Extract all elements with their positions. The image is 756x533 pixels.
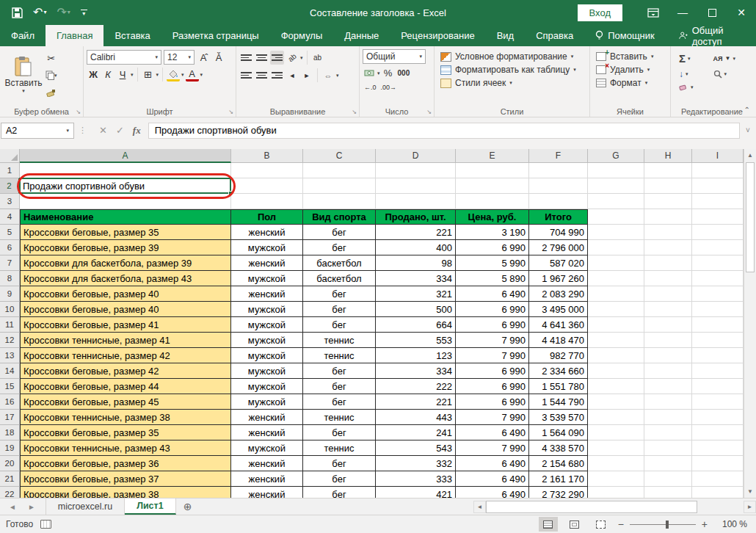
column-header-A[interactable]: A [20, 149, 231, 163]
column-header-G[interactable]: G [588, 149, 644, 163]
maximize-button[interactable] [697, 0, 727, 25]
cell-A19[interactable]: Кроссовки теннисные, размер 43 [20, 440, 231, 456]
cell-D18[interactable]: 241 [376, 425, 456, 440]
cell-F7[interactable]: 587 020 [529, 255, 588, 271]
cell-G15[interactable] [588, 379, 644, 394]
cell-B13[interactable]: мужской [231, 348, 303, 363]
cell-E1[interactable] [456, 163, 529, 178]
comma-format-button[interactable]: 000 [396, 66, 412, 80]
row-header-2[interactable]: 2 [0, 178, 20, 194]
decrease-indent-button[interactable]: ◄ [286, 68, 299, 82]
cell-E13[interactable]: 7 990 [456, 348, 529, 363]
cell-E3[interactable] [456, 194, 529, 209]
fill-button[interactable]: ↓▾ [677, 68, 705, 81]
cell-G13[interactable] [588, 348, 644, 363]
cell-A18[interactable]: Кроссовки беговые, размер 35 [20, 425, 231, 440]
row-header-19[interactable]: 19 [0, 440, 20, 456]
redo-button[interactable]: ↷▾ [57, 7, 70, 18]
cell-I9[interactable] [692, 286, 744, 302]
cells-button-2[interactable]: Формат▾ [593, 76, 667, 90]
page-layout-view-button[interactable] [565, 517, 584, 532]
cell-B21[interactable]: женский [231, 471, 303, 487]
cell-B18[interactable]: женский [231, 425, 303, 440]
cell-I7[interactable] [692, 255, 744, 271]
cell-B11[interactable]: мужской [231, 317, 303, 333]
ribbon-tab-3[interactable]: Разметка страницы [161, 25, 270, 46]
column-header-B[interactable]: B [231, 149, 303, 163]
cell-H12[interactable] [644, 333, 692, 348]
cell-C5[interactable]: бег [303, 225, 376, 240]
cell-A6[interactable]: Кроссовки беговые, размер 39 [20, 240, 231, 255]
cell-I6[interactable] [692, 240, 744, 255]
cell-E6[interactable]: 6 990 [456, 240, 529, 255]
cell-B19[interactable]: мужской [231, 440, 303, 456]
cell-G4[interactable] [588, 209, 644, 225]
decrease-decimal-button[interactable]: .00→ [379, 80, 399, 94]
cell-A7[interactable]: Кроссовки для баскетбола, размер 39 [20, 255, 231, 271]
cell-E20[interactable]: 6 490 [456, 456, 529, 471]
cell-F12[interactable]: 4 418 470 [529, 333, 588, 348]
cell-E8[interactable]: 5 890 [456, 271, 529, 286]
cell-B9[interactable]: женский [231, 286, 303, 302]
ribbon-tab-8[interactable]: Справка [525, 25, 584, 46]
cell-C6[interactable]: бег [303, 240, 376, 255]
sheet-tab-Лист1[interactable]: Лист1 [125, 498, 175, 515]
cell-C18[interactable]: бег [303, 425, 376, 440]
cell-B15[interactable]: мужской [231, 379, 303, 394]
cell-C10[interactable]: бег [303, 302, 376, 317]
cell-C16[interactable]: бег [303, 394, 376, 410]
row-header-8[interactable]: 8 [0, 271, 20, 286]
cell-I17[interactable] [692, 410, 744, 425]
collapse-ribbon-icon[interactable]: ⌃ [744, 106, 750, 114]
cell-I4[interactable] [692, 209, 744, 225]
cell-C21[interactable]: бег [303, 471, 376, 487]
customize-qat-button[interactable]: ▾ [81, 10, 87, 16]
name-box[interactable]: A2▾ [1, 123, 74, 139]
cell-G3[interactable] [588, 194, 644, 209]
cell-F15[interactable]: 1 551 780 [529, 379, 588, 394]
align-bottom-button[interactable] [270, 51, 284, 65]
cell-F22[interactable]: 2 732 290 [529, 487, 588, 498]
cell-I2[interactable] [692, 178, 744, 194]
name-box-splitter[interactable]: ⋮ [79, 126, 87, 135]
zoom-slider[interactable] [630, 524, 696, 525]
vertical-scrollbar[interactable]: ▲ ▼ [744, 149, 756, 498]
cell-H6[interactable] [644, 240, 692, 255]
cell-C2[interactable] [303, 178, 376, 194]
cell-D1[interactable] [376, 163, 456, 178]
cell-H14[interactable] [644, 363, 692, 379]
cell-G19[interactable] [588, 440, 644, 456]
sign-in-button[interactable]: Вход [578, 4, 622, 21]
cell-D8[interactable]: 334 [376, 271, 456, 286]
paste-button[interactable]: Вставить ▾ [3, 48, 44, 101]
cell-A13[interactable]: Кроссовки теннисные, размер 42 [20, 348, 231, 363]
row-header-4[interactable]: 4 [0, 209, 20, 225]
row-header-14[interactable]: 14 [0, 363, 20, 379]
cell-B1[interactable] [231, 163, 303, 178]
cell-E4[interactable]: Цена, руб. [456, 209, 529, 225]
cell-C1[interactable] [303, 163, 376, 178]
cell-B10[interactable]: мужской [231, 302, 303, 317]
cell-I19[interactable] [692, 440, 744, 456]
cell-C12[interactable]: теннис [303, 333, 376, 348]
grow-font-button[interactable]: А̂ [197, 51, 210, 65]
cell-D4[interactable]: Продано, шт. [376, 209, 456, 225]
row-header-3[interactable]: 3 [0, 194, 20, 209]
align-center-button[interactable] [255, 68, 269, 82]
cell-H22[interactable] [644, 487, 692, 498]
cell-F8[interactable]: 1 967 260 [529, 271, 588, 286]
cell-H19[interactable] [644, 440, 692, 456]
cell-F4[interactable]: Итого [529, 209, 588, 225]
cell-F1[interactable] [529, 163, 588, 178]
cell-F21[interactable]: 2 161 170 [529, 471, 588, 487]
cell-C20[interactable]: бег [303, 456, 376, 471]
cell-H20[interactable] [644, 456, 692, 471]
cell-C22[interactable]: бег [303, 487, 376, 498]
ribbon-display-options-icon[interactable] [639, 0, 668, 25]
confirm-entry-icon[interactable]: ✓ [116, 125, 124, 136]
row-header-6[interactable]: 6 [0, 240, 20, 255]
cell-A4[interactable]: Наименование [20, 209, 231, 225]
column-header-I[interactable]: I [692, 149, 744, 163]
cell-B5[interactable]: женский [231, 225, 303, 240]
cell-F9[interactable]: 2 083 290 [529, 286, 588, 302]
